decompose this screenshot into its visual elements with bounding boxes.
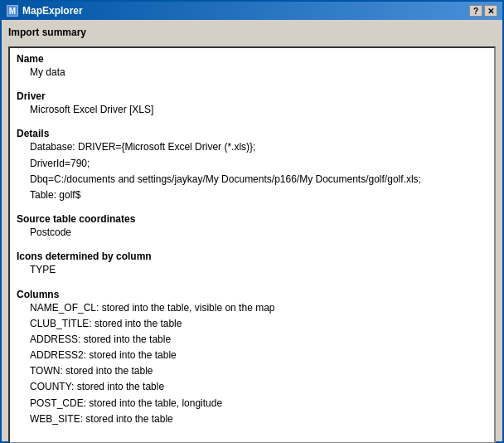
detail-line: DriverId=790; [30,156,484,172]
title-bar-left: M MapExplorer [7,5,83,17]
column-line: POST_CDE: stored into the table, longitu… [30,396,484,411]
name-section: Name My data [17,53,484,80]
columns-values: NAME_OF_CL: stored into the table, visib… [17,300,484,428]
name-value: My data [17,65,484,80]
column-line: COUNTY: stored into the table [30,379,484,395]
source-value: Postcode [17,225,484,241]
window-title: MapExplorer [22,5,83,17]
details-section: Details Database: DRIVER={Microsoft Exce… [17,128,484,203]
name-label: Name [17,53,484,65]
source-label: Source table coordinates [17,213,484,225]
help-button[interactable]: ? [469,5,482,17]
content-area: Name My data Driver Microsoft Excel Driv… [8,46,496,443]
detail-line: Database: DRIVER={Microsoft Excel Driver… [30,139,484,155]
icons-value: TYPE [17,262,484,278]
column-line: WEB_SITE: stored into the table [30,411,484,427]
detail-line: Dbq=C:/documents and settings/jaykay/My … [30,172,484,187]
columns-section: Columns NAME_OF_CL: stored into the tabl… [17,289,484,428]
title-buttons: ? ✕ [469,5,497,17]
driver-value: Microsoft Excel Driver [XLS] [17,102,484,118]
icons-label: Icons determined by column [17,251,484,262]
close-button[interactable]: ✕ [484,5,497,17]
column-line: CLUB_TITLE: stored into the table [30,316,484,332]
title-bar: M MapExplorer ? ✕ [2,2,502,20]
column-line: NAME_OF_CL: stored into the table, visib… [30,300,484,316]
main-window: M MapExplorer ? ✕ Import summary Name My… [0,0,504,443]
driver-label: Driver [17,90,484,102]
details-values: Database: DRIVER={Microsoft Excel Driver… [17,139,484,203]
detail-line: Table: golf$ [30,187,484,203]
icons-section: Icons determined by column TYPE [17,251,484,278]
column-line: ADDRESS2: stored into the table [30,348,484,363]
column-line: ADDRESS: stored into the table [30,332,484,348]
source-section: Source table coordinates Postcode [17,213,484,241]
driver-section: Driver Microsoft Excel Driver [XLS] [17,90,484,118]
columns-label: Columns [17,289,484,300]
app-icon: M [7,5,18,17]
section-title: Import summary [8,27,496,38]
details-label: Details [17,128,484,139]
content-scroll[interactable]: Name My data Driver Microsoft Excel Driv… [17,53,487,437]
column-line: TOWN: stored into the table [30,363,484,379]
window-body: Import summary Name My data Driver Micro… [2,20,502,443]
